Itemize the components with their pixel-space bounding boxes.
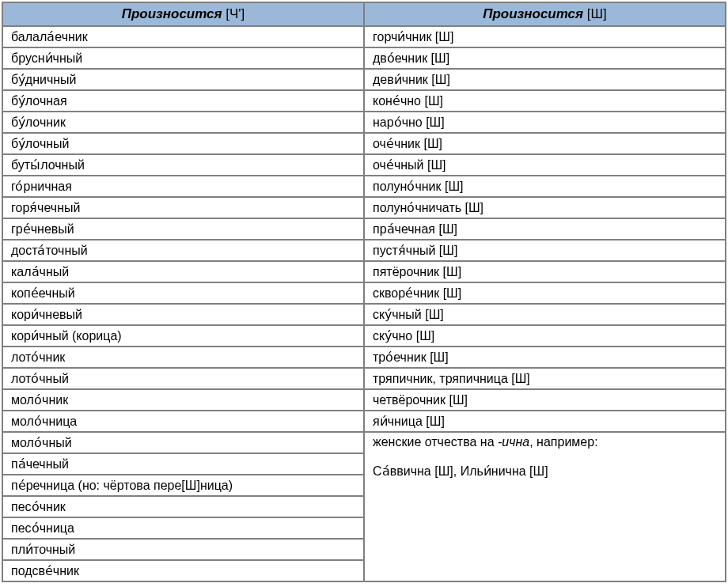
table-row: лото́чныйтряпичник, тряпичница [Ш] — [2, 368, 726, 389]
cell-col2: пятёрочник [Ш] — [364, 261, 726, 282]
cell-col2: наро́чно [Ш] — [364, 112, 726, 133]
table-row: лото́чниктро́ечник [Ш] — [2, 347, 726, 368]
cell-col2: деви́чник [Ш] — [364, 69, 726, 90]
cell-col1: копе́ечный — [2, 282, 364, 304]
table-row: кори́чневыйску́чный [Ш] — [2, 304, 726, 325]
cell-col1: кори́чневый — [2, 304, 364, 325]
table-row: гре́чневыйпра́чечная [Ш] — [2, 218, 726, 240]
header-col2-italic: Произносится — [483, 6, 583, 21]
cell-col1: моло́чник — [2, 389, 364, 411]
header-col1-suffix: [Ч'] — [222, 6, 245, 21]
cell-col1: гре́чневый — [2, 218, 364, 240]
cell-col1: песо́чница — [2, 517, 364, 539]
cell-col1: лото́чник — [2, 347, 364, 368]
cell-col1: брусни́чный — [2, 47, 364, 69]
cell-col1: бу́лочник — [2, 112, 364, 133]
cell-col1: моло́чный — [2, 432, 364, 453]
table-row: буты́лочныйоче́чный [Ш] — [2, 154, 726, 176]
cell-col1: горя́чечный — [2, 197, 364, 218]
table-row: моло́чныйженские отчества на -ична, напр… — [2, 432, 726, 453]
cell-col2: ску́чно [Ш] — [364, 325, 726, 347]
cell-col1: пли́точный — [2, 539, 364, 560]
cell-col1: доста́точный — [2, 240, 364, 261]
merged-line1: женские отчества на -ична, например: — [373, 435, 717, 449]
cell-col2: горчи́чник [Ш] — [364, 26, 726, 47]
cell-col2: тро́ечник [Ш] — [364, 347, 726, 368]
cell-col1: песо́чник — [2, 496, 364, 517]
merged-cell-col2: женские отчества на -ична, например: Са́… — [364, 432, 726, 581]
table-row: кори́чный (корица)ску́чно [Ш] — [2, 325, 726, 347]
cell-col2: четвёрочник [Ш] — [364, 389, 726, 411]
table-row: копе́ечныйскворе́чник [Ш] — [2, 282, 726, 304]
cell-col2: ску́чный [Ш] — [364, 304, 726, 325]
table-row: балала́ечникгорчи́чник [Ш] — [2, 26, 726, 47]
table-row: кала́чныйпятёрочник [Ш] — [2, 261, 726, 282]
cell-col1: буты́лочный — [2, 154, 364, 176]
table-row: брусни́чныйдво́ечник [Ш] — [2, 47, 726, 69]
cell-col1: го́рничная — [2, 176, 364, 197]
table-row: бу́лочникнаро́чно [Ш] — [2, 112, 726, 133]
cell-col1: бу́дничный — [2, 69, 364, 90]
cell-col2: оче́чник [Ш] — [364, 133, 726, 154]
cell-col2: пустя́чный [Ш] — [364, 240, 726, 261]
cell-col2: полуно́чник [Ш] — [364, 176, 726, 197]
cell-col2: пра́чечная [Ш] — [364, 218, 726, 240]
cell-col1: кори́чный (корица) — [2, 325, 364, 347]
cell-col2: скворе́чник [Ш] — [364, 282, 726, 304]
cell-col2: дво́ечник [Ш] — [364, 47, 726, 69]
table-row: бу́дничныйдеви́чник [Ш] — [2, 69, 726, 90]
table-row: моло́чницаяи́чница [Ш] — [2, 411, 726, 432]
merged-line2: Са́ввична [Ш], Ильи́нична [Ш] — [373, 464, 717, 479]
cell-col2: яи́чница [Ш] — [364, 411, 726, 432]
cell-col2: тряпичник, тряпичница [Ш] — [364, 368, 726, 389]
table-row: горя́чечныйполуно́чничать [Ш] — [2, 197, 726, 218]
cell-col1: бу́лочная — [2, 90, 364, 112]
cell-col1: балала́ечник — [2, 26, 364, 47]
header-col2-suffix: [Ш] — [583, 6, 607, 21]
cell-col1: бу́лочный — [2, 133, 364, 154]
cell-col1: лото́чный — [2, 368, 364, 389]
cell-col2: полуно́чничать [Ш] — [364, 197, 726, 218]
cell-col1: па́чечный — [2, 453, 364, 475]
table-row: бу́лочнаяконе́чно [Ш] — [2, 90, 726, 112]
table-header-row: Произносится [Ч'] Произносится [Ш] — [2, 2, 726, 26]
cell-col2: коне́чно [Ш] — [364, 90, 726, 112]
cell-col1: подсве́чник — [2, 560, 364, 581]
table-row: бу́лочныйоче́чник [Ш] — [2, 133, 726, 154]
table-row: го́рничнаяполуно́чник [Ш] — [2, 176, 726, 197]
pronunciation-table: Произносится [Ч'] Произносится [Ш] балал… — [2, 2, 726, 582]
header-col1-italic: Произносится — [122, 6, 222, 21]
table-row: моло́чникчетвёрочник [Ш] — [2, 389, 726, 411]
cell-col1: кала́чный — [2, 261, 364, 282]
table-body: балала́ечникгорчи́чник [Ш]брусни́чныйдво… — [2, 26, 726, 581]
table-row: доста́точныйпустя́чный [Ш] — [2, 240, 726, 261]
cell-col2: оче́чный [Ш] — [364, 154, 726, 176]
cell-col1: моло́чница — [2, 411, 364, 432]
header-col1: Произносится [Ч'] — [2, 2, 364, 26]
merged-gap — [373, 449, 717, 464]
cell-col1: пе́речница (но: чёртова пере[Ш]ница) — [2, 475, 364, 496]
header-col2: Произносится [Ш] — [364, 2, 726, 26]
